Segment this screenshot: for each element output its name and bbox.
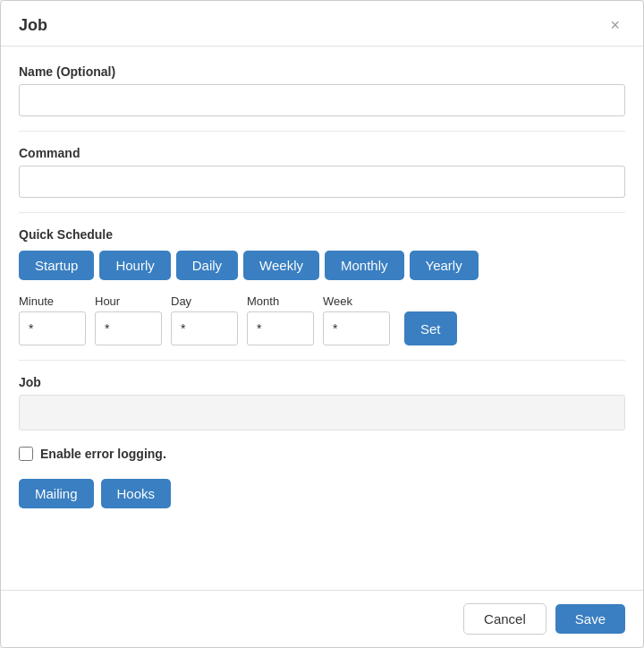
cron-hour-field: Hour xyxy=(95,294,162,345)
schedule-btn-daily[interactable]: Daily xyxy=(176,251,238,280)
mailing-button[interactable]: Mailing xyxy=(19,479,94,508)
name-field-group: Name (Optional) xyxy=(19,64,625,116)
name-label: Name (Optional) xyxy=(19,64,625,79)
cron-day-field: Day xyxy=(171,294,238,345)
cron-month-label: Month xyxy=(247,294,314,308)
cron-hour-input[interactable] xyxy=(95,311,162,345)
modal-dialog: Job × Name (Optional) Command Quick Sche… xyxy=(0,0,644,648)
command-label: Command xyxy=(19,146,625,160)
quick-schedule-section: Quick Schedule Startup Hourly Daily Week… xyxy=(19,227,625,280)
error-logging-label: Enable error logging. xyxy=(40,447,166,461)
job-display-box xyxy=(19,395,625,431)
action-buttons-row: Mailing Hooks xyxy=(19,479,625,508)
schedule-btn-yearly[interactable]: Yearly xyxy=(410,251,479,280)
cron-day-input[interactable] xyxy=(171,311,238,345)
cron-week-field: Week xyxy=(323,294,390,345)
save-button[interactable]: Save xyxy=(555,604,625,634)
modal-title: Job xyxy=(19,16,47,35)
divider-3 xyxy=(19,360,625,361)
cron-set-button[interactable]: Set xyxy=(404,311,457,345)
cron-hour-label: Hour xyxy=(95,294,162,308)
schedule-btn-monthly[interactable]: Monthly xyxy=(325,251,404,280)
cron-day-label: Day xyxy=(171,294,238,308)
name-input[interactable] xyxy=(19,84,625,116)
close-button[interactable]: × xyxy=(605,15,625,35)
quick-schedule-label: Quick Schedule xyxy=(19,227,625,242)
schedule-btn-hourly[interactable]: Hourly xyxy=(99,251,170,280)
cron-minute-input[interactable] xyxy=(19,311,86,345)
cron-week-input[interactable] xyxy=(323,311,390,345)
hooks-button[interactable]: Hooks xyxy=(101,479,172,508)
command-field-group: Command xyxy=(19,146,625,198)
cron-month-input[interactable] xyxy=(247,311,314,345)
schedule-buttons-row: Startup Hourly Daily Weekly Monthly Year… xyxy=(19,251,625,280)
error-logging-row: Enable error logging. xyxy=(19,447,625,461)
schedule-btn-startup[interactable]: Startup xyxy=(19,251,94,280)
cron-minute-label: Minute xyxy=(19,294,86,308)
modal-footer: Cancel Save xyxy=(1,590,643,647)
divider-1 xyxy=(19,131,625,132)
command-input[interactable] xyxy=(19,166,625,198)
modal-header: Job × xyxy=(1,1,643,47)
divider-2 xyxy=(19,212,625,213)
cancel-button[interactable]: Cancel xyxy=(463,603,547,635)
cron-fields-row: Minute Hour Day Month Week Set xyxy=(19,294,625,345)
error-logging-checkbox[interactable] xyxy=(19,447,33,461)
cron-minute-field: Minute xyxy=(19,294,86,345)
schedule-btn-weekly[interactable]: Weekly xyxy=(243,251,319,280)
job-section-label: Job xyxy=(19,375,625,389)
cron-month-field: Month xyxy=(247,294,314,345)
modal-body: Name (Optional) Command Quick Schedule S… xyxy=(1,47,643,590)
cron-week-label: Week xyxy=(323,294,390,308)
job-section: Job xyxy=(19,375,625,431)
